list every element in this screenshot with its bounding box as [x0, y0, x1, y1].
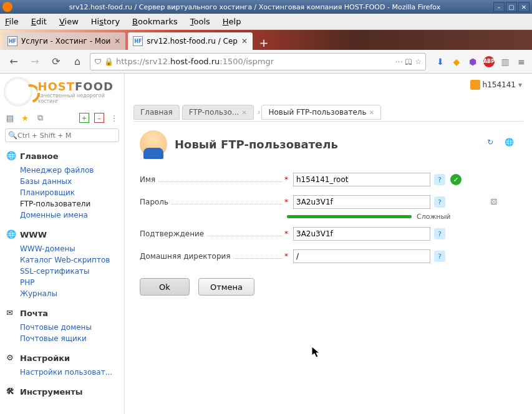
- sidebar-item[interactable]: Базы данных: [20, 176, 118, 187]
- sidebar-item[interactable]: Почтовые ящики: [20, 333, 118, 344]
- breadcrumb-close-icon[interactable]: ✕: [241, 109, 246, 116]
- help-globe-icon[interactable]: 🌐: [505, 138, 517, 150]
- sidebar-item[interactable]: Почтовые домены: [20, 322, 118, 333]
- ok-button[interactable]: Ok: [140, 278, 190, 296]
- sidebar-section-head[interactable]: 🌐 WWW: [6, 229, 118, 239]
- mail-icon: ✉: [6, 308, 16, 318]
- url-bar[interactable]: 🛡 🔒 https://srv12.host-food.ru:1500/ispm…: [90, 53, 426, 70]
- menu-file[interactable]: File: [5, 17, 19, 26]
- sidebar-section-title: Почта: [20, 309, 48, 318]
- toolbar-menu-icon[interactable]: ⋮: [109, 113, 119, 123]
- window-close-button[interactable]: ✕: [518, 2, 530, 12]
- user-avatar-icon: [140, 130, 167, 158]
- breadcrumb-label: FTP-пользо...: [189, 108, 239, 117]
- menu-view[interactable]: View: [59, 17, 79, 26]
- help-icon[interactable]: ?: [434, 251, 445, 262]
- breadcrumb-item[interactable]: FTP-пользо...✕: [182, 105, 254, 120]
- extension-icon[interactable]: ◆: [451, 56, 462, 67]
- main-panel: h154141 ▾ ГлавнаяFTP-пользо...✕›Новый FT…: [125, 74, 532, 414]
- window-maximize-button[interactable]: ▢: [506, 2, 517, 12]
- sidebar-item[interactable]: Каталог Web-скриптов: [20, 254, 118, 266]
- sidebar-item[interactable]: Настройки пользоват...: [20, 367, 118, 378]
- sidebar-item[interactable]: SSL-сертификаты: [20, 266, 118, 277]
- nav-home-button[interactable]: ⌂: [69, 53, 86, 70]
- gear-icon: ⚙: [6, 353, 16, 363]
- favicon-icon: HF: [133, 36, 143, 46]
- avatar-icon: [470, 80, 480, 90]
- lock-icon[interactable]: 🔒: [104, 57, 114, 66]
- password-input[interactable]: [293, 195, 430, 209]
- required-icon: *: [283, 198, 289, 206]
- toolbar-collapse-icon[interactable]: –: [94, 113, 104, 123]
- user-menu-chevron-icon[interactable]: ▾: [518, 80, 522, 89]
- menu-help[interactable]: Help: [223, 17, 241, 26]
- sidebar-item[interactable]: Менеджер файлов: [20, 165, 118, 176]
- reader-icon[interactable]: 🕮: [405, 57, 412, 66]
- breadcrumb: ГлавнаяFTP-пользо...✕›Новый FTP-пользова…: [133, 104, 532, 121]
- toolbar-copy-icon[interactable]: ⧉: [35, 113, 45, 123]
- sidebar-section-head[interactable]: ✉ Почта: [6, 308, 118, 318]
- tab-label: Услуги - Хостинг - Мои: [21, 37, 110, 46]
- breadcrumb-item[interactable]: Новый FTP-пользователь✕: [261, 105, 380, 120]
- homedir-input[interactable]: [293, 249, 430, 263]
- help-icon[interactable]: ?: [434, 228, 445, 239]
- bookmark-star-icon[interactable]: ☆: [415, 57, 422, 66]
- hamburger-menu-icon[interactable]: ≡: [516, 56, 527, 67]
- help-icon[interactable]: ?: [434, 174, 445, 185]
- breadcrumb-item[interactable]: Главная: [133, 105, 180, 120]
- help-icon[interactable]: ?: [434, 196, 445, 208]
- menu-history[interactable]: History: [91, 17, 120, 26]
- nav-back-button[interactable]: ←: [5, 53, 22, 70]
- sidebar-section-head[interactable]: 🌐 Главное: [6, 151, 118, 161]
- nav-reload-button[interactable]: ⟳: [47, 53, 65, 70]
- favicon-icon: HF: [7, 36, 17, 46]
- sidebar-item[interactable]: FTP-пользователи: [20, 198, 118, 209]
- tool-icon: 🛠: [6, 387, 16, 397]
- cancel-button[interactable]: Отмена: [198, 278, 254, 296]
- adblock-icon[interactable]: ABP: [483, 56, 495, 67]
- sidebar-item[interactable]: PHP: [20, 277, 118, 288]
- required-icon: *: [283, 252, 289, 261]
- label-confirm: Подтверждение: [140, 229, 206, 238]
- breadcrumb-close-icon[interactable]: ✕: [369, 109, 374, 116]
- sidebar-item[interactable]: Доменные имена: [20, 209, 118, 221]
- sidebar-item[interactable]: Журналы: [20, 288, 118, 299]
- globe-icon: 🌐: [6, 151, 16, 161]
- sidebar-search[interactable]: 🔍: [5, 128, 119, 142]
- download-icon[interactable]: ⬇: [435, 56, 446, 67]
- logo-text: HOSTFOOD: [37, 80, 124, 93]
- browser-tab-0[interactable]: HF Услуги - Хостинг - Мои ✕: [2, 32, 125, 50]
- password-generate-icon[interactable]: ⚄: [491, 198, 497, 206]
- sidebar-item[interactable]: Планировщик: [20, 187, 118, 198]
- menu-bookmarks[interactable]: Bookmarks: [132, 17, 178, 26]
- required-icon: *: [283, 229, 289, 238]
- confirm-input[interactable]: [293, 227, 430, 241]
- sidebar-toggle-icon[interactable]: ▥: [500, 56, 511, 67]
- toolbar-list-icon[interactable]: ▤: [5, 113, 15, 123]
- refresh-icon[interactable]: ↻: [487, 138, 500, 150]
- url-more-icon[interactable]: ⋯: [395, 57, 402, 66]
- menu-edit[interactable]: Edit: [31, 17, 47, 26]
- toolbar-star-icon[interactable]: ★: [20, 113, 30, 123]
- toolbar-expand-icon[interactable]: +: [79, 113, 89, 123]
- globe-icon: 🌐: [6, 229, 16, 239]
- window-minimize-button[interactable]: –: [493, 2, 505, 12]
- shield-icon[interactable]: 🛡: [94, 57, 102, 66]
- menu-tools[interactable]: Tools: [190, 17, 210, 26]
- browser-tab-1[interactable]: HF srv12.host-food.ru / Сер ✕: [128, 32, 253, 50]
- sidebar-section-head[interactable]: 🛠 Инструменты: [6, 387, 118, 397]
- nav-forward-button[interactable]: →: [26, 53, 44, 70]
- label-homedir: Домашняя директория: [140, 252, 233, 261]
- logo: HOSTFOOD качественный недорогой хостинг: [0, 74, 124, 110]
- new-tab-button[interactable]: +: [255, 35, 273, 50]
- user-badge[interactable]: h154141 ▾: [470, 80, 522, 90]
- sidebar-item[interactable]: WWW-домены: [20, 243, 118, 254]
- sidebar-section-title: WWW: [20, 230, 47, 239]
- name-input[interactable]: [293, 173, 430, 186]
- tab-close-icon[interactable]: ✕: [241, 37, 248, 46]
- extension-icon-2[interactable]: ⬢: [467, 56, 478, 67]
- logo-tagline: качественный недорогой хостинг: [37, 93, 124, 104]
- sidebar-section-head[interactable]: ⚙ Настройки: [6, 353, 118, 363]
- sidebar-search-input[interactable]: [17, 132, 116, 140]
- tab-close-icon[interactable]: ✕: [114, 37, 120, 46]
